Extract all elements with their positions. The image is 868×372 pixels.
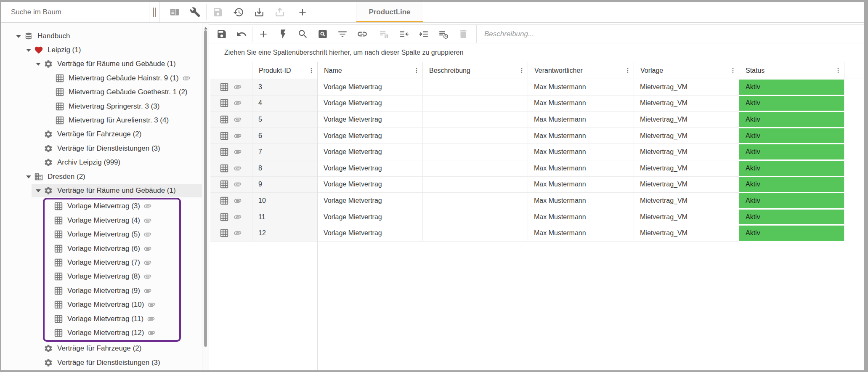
column-menu-button[interactable] xyxy=(308,67,315,74)
expander-arrow-icon[interactable] xyxy=(13,32,24,40)
tree-item[interactable]: Mietvertrag Gebäude Goethestr. 1 (2) xyxy=(1,85,202,99)
history-icon xyxy=(233,7,244,18)
tree-item[interactable]: Mietvertrag Gebäude Hainstr. 9 (1) xyxy=(1,71,202,85)
cell-beschreibung xyxy=(423,209,528,226)
table-row[interactable]: 7 Vorlage Mietvertrag Max Mustermann Mie… xyxy=(209,144,864,160)
scrollbar-up-arrow-icon[interactable] xyxy=(204,25,207,29)
column-menu-button[interactable] xyxy=(518,67,526,74)
rows-save-button[interactable] xyxy=(374,27,394,42)
rows-collapse-button[interactable] xyxy=(394,27,414,42)
tree-item[interactable]: Verträge für Fahrzeuge (2) xyxy=(1,128,202,141)
save-button[interactable] xyxy=(212,27,231,42)
history-button[interactable] xyxy=(228,4,249,21)
column-menu-button[interactable] xyxy=(834,67,842,74)
table-row[interactable]: 11 Vorlage Mietvertrag Max Mustermann Mi… xyxy=(209,209,864,226)
table-row[interactable]: 4 Vorlage Mietvertrag Max Mustermann Mie… xyxy=(209,96,864,112)
add-button[interactable] xyxy=(253,27,273,42)
search-panel-icon xyxy=(317,29,328,40)
tree-item[interactable]: Vorlage Mietvertrag (5) xyxy=(45,227,179,241)
description-input[interactable] xyxy=(477,29,864,39)
expander-arrow-icon[interactable] xyxy=(23,46,34,54)
tree-item-label: Verträge für Fahrzeuge (2) xyxy=(57,130,141,138)
expander-arrow-icon[interactable] xyxy=(23,173,34,181)
cell-name: Vorlage Mietvertrag xyxy=(318,112,423,128)
tree-item[interactable]: Verträge für Dienstleistungen (3) xyxy=(1,141,202,155)
tree-item[interactable]: Vorlage Mietvertrag (9) xyxy=(45,284,179,298)
table-row[interactable]: 5 Vorlage Mietvertrag Max Mustermann Mie… xyxy=(209,112,864,128)
table-row[interactable]: 8 Vorlage Mietvertrag Max Mustermann Mie… xyxy=(209,160,864,177)
wrench-button[interactable] xyxy=(185,4,205,21)
tree-item[interactable]: Dresden (2) xyxy=(1,170,202,183)
tree-item-label: Verträge für Fahrzeuge (2) xyxy=(57,344,141,353)
tree-item[interactable]: Verträge für Dienstleistungen (3) xyxy=(1,356,202,369)
table-icon xyxy=(54,314,63,324)
undo-button[interactable] xyxy=(231,27,251,42)
header-cell-Verantwortlicher[interactable]: Verantwortlicher xyxy=(528,62,634,79)
tree-item-label: Vorlage Mietvertrag (10) xyxy=(67,300,144,309)
table-row[interactable]: 6 Vorlage Mietvertrag Max Mustermann Mie… xyxy=(209,128,864,144)
tree-item[interactable]: Archiv Leipzig (999) xyxy=(1,156,202,170)
tree-search-input[interactable] xyxy=(1,8,149,17)
table-icon xyxy=(54,202,63,211)
header-cell-Produkt-ID[interactable]: Produkt-ID xyxy=(252,62,318,79)
tree-item[interactable]: Vorlage Mietvertrag (6) xyxy=(45,242,179,255)
kebab-icon xyxy=(413,67,420,74)
download-button[interactable] xyxy=(249,4,269,21)
add-button[interactable] xyxy=(292,4,313,21)
tree-scrollbar[interactable] xyxy=(202,23,209,370)
tree-item[interactable]: Verträge für Räume und Gebäude (1) xyxy=(1,57,202,71)
grid-icon xyxy=(220,229,229,238)
tree-item[interactable]: Verträge für Fahrzeuge (2) xyxy=(1,342,202,356)
header-cell-Name[interactable]: Name xyxy=(318,62,423,79)
tab-label: ProductLine xyxy=(369,8,410,16)
table-row[interactable]: 10 Vorlage Mietvertrag Max Mustermann Mi… xyxy=(209,193,864,209)
header-cell-Status[interactable]: Status xyxy=(739,62,844,79)
column-menu-button[interactable] xyxy=(413,67,420,74)
rows-expand-button[interactable] xyxy=(414,27,433,42)
search-button[interactable] xyxy=(293,27,313,42)
bolt-button[interactable] xyxy=(273,27,293,42)
tree-item[interactable]: Vorlage Mietvertrag (3) xyxy=(45,199,179,213)
attachment-icon xyxy=(234,99,242,107)
tree-item[interactable]: Vorlage Mietvertrag (11) xyxy=(45,312,179,326)
splitter-handle[interactable] xyxy=(149,2,160,22)
cell-beschreibung xyxy=(423,144,528,160)
upload-button[interactable] xyxy=(269,4,290,21)
header-cell-Beschreibung[interactable]: Beschreibung xyxy=(423,62,528,79)
search-panel-button[interactable] xyxy=(313,27,332,42)
group-by-bar[interactable]: Ziehen Sie eine Spaltenüberschrift hierh… xyxy=(209,43,864,62)
status-badge: Aktiv xyxy=(739,161,844,176)
column-menu-button[interactable] xyxy=(729,67,737,74)
column-menu-button[interactable] xyxy=(624,67,632,74)
tree-item[interactable]: Mietvertrag für Aurelienstr. 3 (4) xyxy=(1,113,202,127)
tree-item-label: Verträge für Räume und Gebäude (1) xyxy=(57,186,176,195)
scrollbar-thumb[interactable] xyxy=(204,30,207,347)
tree-item[interactable]: Vorlage Mietvertrag (8) xyxy=(45,270,179,284)
column-title: Beschreibung xyxy=(429,67,470,74)
grid-icon xyxy=(220,98,229,108)
expander-arrow-icon[interactable] xyxy=(33,186,44,195)
table-row[interactable]: 12 Vorlage Mietvertrag Max Mustermann Mi… xyxy=(209,225,864,242)
tree-item[interactable]: Leipzig (1) xyxy=(1,43,202,57)
expander-arrow-icon[interactable] xyxy=(33,60,44,68)
table-row[interactable]: 9 Vorlage Mietvertrag Max Mustermann Mie… xyxy=(209,177,864,193)
filter-button[interactable] xyxy=(332,27,352,42)
table-icon xyxy=(54,286,63,295)
table-row[interactable]: 3 Vorlage Mietvertrag Max Mustermann Mie… xyxy=(209,79,864,96)
rows-history-button[interactable] xyxy=(433,27,453,42)
header-cell-Vorlage[interactable]: Vorlage xyxy=(634,62,739,79)
tree-item[interactable]: Vorlage Mietvertrag (7) xyxy=(45,255,179,269)
form-view-button[interactable] xyxy=(164,4,185,21)
row-icons-cell xyxy=(210,96,252,112)
save-button[interactable] xyxy=(207,4,228,21)
tree-item[interactable]: Vorlage Mietvertrag (4) xyxy=(45,213,179,227)
delete-button[interactable] xyxy=(453,27,473,42)
tab-productline[interactable]: ProductLine xyxy=(356,2,423,22)
tree-item[interactable]: Mietvertrag Springerstr. 3 (3) xyxy=(1,99,202,113)
tree-item[interactable]: Verträge für Räume und Gebäude (1) xyxy=(1,183,202,197)
tree-item[interactable]: Vorlage Mietvertrag (10) xyxy=(45,298,179,311)
tree-item[interactable]: Handbuch xyxy=(1,29,202,43)
attachment-icon xyxy=(234,164,242,173)
link-button[interactable] xyxy=(352,27,372,42)
tree-item[interactable]: Vorlage Mietvertrag (12) xyxy=(45,326,179,340)
